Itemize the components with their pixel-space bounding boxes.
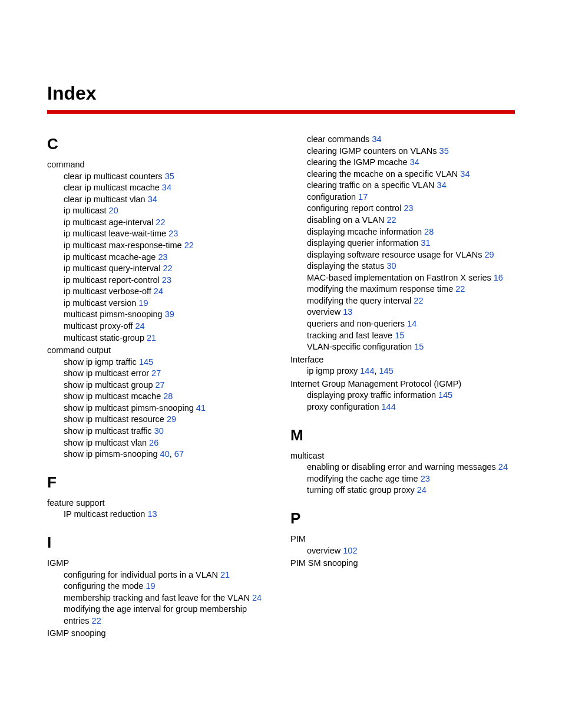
index-subentry: displaying querier information 31: [290, 238, 515, 249]
page-reference-link[interactable]: 34: [437, 180, 447, 190]
page-reference-link[interactable]: 34: [410, 157, 419, 167]
index-subentry: tracking and fast leave 15: [290, 330, 515, 342]
page-reference-link[interactable]: 67: [174, 449, 184, 459]
page-reference-link[interactable]: 24: [252, 593, 262, 602]
page-reference-link[interactable]: 145: [438, 390, 452, 400]
index-entry-text: configuring for individual ports in a VL…: [64, 570, 220, 579]
index-term: command output: [47, 345, 272, 357]
page: Index Ccommandclear ip multicast counter…: [0, 0, 562, 728]
page-reference-link[interactable]: 13: [343, 307, 352, 317]
page-reference-link[interactable]: 16: [494, 273, 503, 282]
page-reference-link[interactable]: 24: [135, 321, 144, 331]
index-entry-text: clearing the mcache on a specific VLAN: [307, 169, 460, 179]
index-entry-text: modifying the cache age time: [307, 474, 421, 483]
index-subentry: show ip multicast error 27: [47, 368, 272, 380]
page-reference-link[interactable]: 23: [421, 474, 430, 483]
index-entry-text: overview: [307, 307, 343, 317]
index-subentry: clearing the mcache on a specific VLAN 3…: [290, 169, 515, 180]
page-reference-link[interactable]: 19: [146, 581, 155, 591]
index-entry-text: ip multicast max-response-time: [64, 241, 184, 250]
index-subentry: MAC-based implementation on FastIron X s…: [290, 272, 515, 284]
page-reference-link[interactable]: 23: [162, 275, 171, 285]
index-entry-text: multicast proxy-off: [64, 321, 135, 331]
index-subentry: show ip multicast mcache 28: [47, 391, 272, 403]
page-reference-link[interactable]: 31: [421, 238, 430, 248]
page-reference-link[interactable]: 35: [439, 146, 449, 156]
page-reference-link[interactable]: 144: [382, 402, 396, 411]
page-reference-link[interactable]: 21: [147, 333, 156, 342]
page-reference-link[interactable]: 27: [156, 380, 165, 390]
page-reference-link[interactable]: 34: [148, 195, 157, 204]
page-reference-link[interactable]: 29: [167, 414, 176, 424]
index-subentry: displaying the status 30: [290, 261, 515, 272]
page-reference-link[interactable]: 22: [414, 296, 423, 305]
page-reference-link[interactable]: 41: [196, 403, 206, 413]
page-reference-link[interactable]: 27: [151, 368, 161, 378]
left-column: Ccommandclear ip multicast counters 35cl…: [47, 134, 272, 640]
page-reference-link[interactable]: 34: [162, 183, 171, 192]
index-term: IGMP snooping: [47, 628, 272, 640]
index-entry-text: tracking and fast leave: [307, 331, 395, 340]
index-subentry: show ip pimsm-snooping 40, 67: [47, 449, 272, 460]
index-entry-text: ip multicast age-interval: [64, 218, 156, 227]
index-subentry: configuring for individual ports in a VL…: [47, 569, 272, 581]
index-entry-text: ip multicast version: [64, 298, 138, 308]
index-subentry: show ip igmp traffic 145: [47, 357, 272, 368]
page-reference-link[interactable]: 22: [156, 218, 165, 227]
page-reference-link[interactable]: 23: [404, 203, 413, 213]
index-entry-text: show ip multicast vlan: [64, 438, 149, 447]
index-term: feature support: [47, 498, 272, 509]
page-reference-link[interactable]: 17: [358, 192, 368, 202]
page-reference-link[interactable]: 20: [109, 206, 118, 215]
page-reference-link[interactable]: 28: [424, 227, 434, 236]
index-letter: I: [47, 532, 272, 553]
index-entry-text: ip multicast mcache-age: [64, 252, 158, 262]
page-reference-link[interactable]: 29: [484, 250, 494, 259]
page-reference-link[interactable]: 39: [165, 309, 174, 319]
page-reference-link[interactable]: 144: [360, 366, 374, 375]
page-reference-link[interactable]: 34: [372, 134, 381, 144]
index-entry-text: displaying the status: [307, 261, 386, 271]
index-entry-text: configuration: [307, 192, 358, 202]
page-reference-link[interactable]: 30: [386, 261, 396, 271]
page-reference-link[interactable]: 19: [138, 298, 148, 308]
index-subentry: modifying the maximum response time 22: [290, 284, 515, 295]
page-reference-link[interactable]: 13: [147, 509, 157, 519]
page-reference-link[interactable]: 23: [168, 229, 178, 238]
page-reference-link[interactable]: 26: [149, 438, 158, 447]
page-reference-link[interactable]: 30: [154, 426, 164, 436]
page-reference-link[interactable]: 15: [414, 342, 424, 351]
index-letter: F: [47, 472, 272, 493]
page-reference-link[interactable]: 22: [455, 284, 465, 294]
page-reference-link[interactable]: 24: [498, 462, 508, 472]
index-subentry: clear ip multicast counters 35: [47, 171, 272, 183]
index-subentry: ip multicast mcache-age 23: [47, 252, 272, 263]
page-reference-link[interactable]: 24: [154, 286, 163, 296]
page-reference-link[interactable]: 15: [395, 331, 404, 340]
page-reference-link[interactable]: 34: [460, 169, 470, 179]
index-entry-text: overview: [307, 546, 343, 555]
page-reference-link[interactable]: 22: [163, 263, 172, 273]
index-term: PIM: [290, 533, 515, 545]
page-reference-link[interactable]: 145: [379, 366, 394, 375]
page-reference-link[interactable]: 22: [184, 241, 194, 250]
page-reference-link[interactable]: 22: [92, 616, 101, 625]
page-reference-link[interactable]: 21: [220, 570, 230, 579]
index-subentry: modifying the age interval for group mem…: [47, 604, 272, 627]
page-reference-link[interactable]: 40: [160, 449, 170, 459]
page-reference-link[interactable]: 22: [386, 215, 396, 225]
page-reference-link[interactable]: 102: [343, 546, 357, 555]
page-reference-link[interactable]: 35: [165, 172, 174, 181]
index-term: PIM SM snooping: [290, 558, 515, 569]
index-entry-text: ip multicast query-interval: [64, 263, 163, 273]
page-reference-link[interactable]: 23: [158, 252, 167, 262]
page-reference-link[interactable]: 14: [407, 319, 416, 328]
page-reference-link[interactable]: 24: [417, 485, 427, 495]
index-entry-text: queriers and non-queriers: [307, 319, 407, 328]
index-entry-text: show ip multicast mcache: [64, 391, 163, 401]
index-subentry: overview 13: [290, 307, 515, 318]
page-reference-link[interactable]: 28: [163, 391, 173, 401]
index-entry-text: multicast static-group: [64, 333, 147, 342]
index-entry-text: displaying software resource usage for V…: [307, 250, 484, 259]
page-reference-link[interactable]: 145: [139, 357, 153, 367]
